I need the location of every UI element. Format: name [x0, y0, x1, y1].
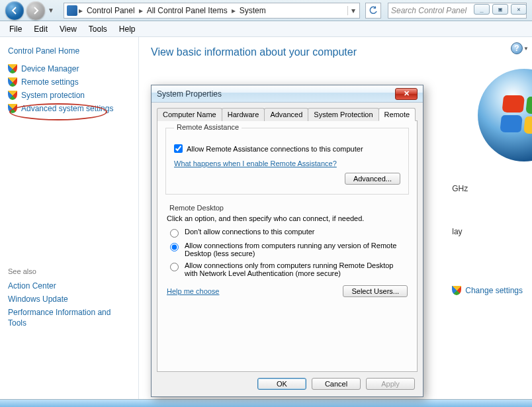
- breadcrumb[interactable]: ▸ Control Panel ▸ All Control Panel Item…: [64, 3, 360, 19]
- menu-view[interactable]: View: [54, 23, 82, 35]
- maximize-button[interactable]: ▣: [492, 4, 508, 15]
- sidebar-item-label: Remote settings: [21, 77, 79, 87]
- system-properties-dialog: System Properties ✕ Computer Name Hardwa…: [151, 85, 423, 397]
- radio-label: Don't allow connections to this computer: [185, 228, 315, 236]
- select-users-button[interactable]: Select Users...: [343, 285, 408, 297]
- window-controls: _ ▣ ✕: [474, 4, 527, 15]
- tab-remote[interactable]: Remote: [378, 108, 416, 121]
- page-title: View basic information about your comput…: [151, 46, 520, 58]
- taskbar: [0, 399, 532, 407]
- menubar: File Edit View Tools Help: [0, 21, 532, 37]
- tab-hardware[interactable]: Hardware: [222, 108, 265, 121]
- nav-back-button[interactable]: [5, 1, 24, 20]
- remote-desktop-intro: Click an option, and then specify who ca…: [167, 214, 408, 222]
- shield-icon: [8, 64, 17, 73]
- apply-button[interactable]: Apply: [366, 378, 415, 390]
- radio-input[interactable]: [170, 263, 179, 271]
- sidebar-home-link[interactable]: Control Panel Home: [8, 46, 130, 56]
- shield-icon: [8, 104, 17, 113]
- tab-advanced[interactable]: Advanced: [264, 108, 308, 121]
- dialog-titlebar[interactable]: System Properties ✕: [152, 85, 423, 103]
- titlebar: ▼ ▸ Control Panel ▸ All Control Panel It…: [0, 0, 532, 21]
- info-play: lay: [452, 224, 523, 240]
- info-ghz: GHz: [452, 181, 523, 197]
- remote-desktop-group: Remote Desktop Click an option, and then…: [165, 204, 409, 297]
- nav-history-dropdown[interactable]: ▼: [48, 7, 54, 14]
- radio-input[interactable]: [170, 229, 179, 238]
- menu-edit[interactable]: Edit: [28, 23, 53, 35]
- rd-option-allow-any[interactable]: Allow connections from computers running…: [167, 242, 408, 257]
- checkbox-input[interactable]: [174, 144, 183, 153]
- group-label: Remote Desktop: [167, 204, 226, 212]
- see-also-windows-update[interactable]: Windows Update: [8, 293, 130, 306]
- dialog-close-button[interactable]: ✕: [395, 88, 418, 100]
- menu-tools[interactable]: Tools: [83, 23, 112, 35]
- breadcrumb-part[interactable]: System: [236, 6, 270, 15]
- change-settings-link[interactable]: Change settings: [452, 283, 523, 298]
- shield-icon: [452, 286, 461, 295]
- rd-option-dont-allow[interactable]: Don't allow connections to this computer: [167, 228, 408, 238]
- breadcrumb-part[interactable]: Control Panel: [83, 6, 139, 15]
- dialog-button-row: OK Cancel Apply: [257, 378, 415, 390]
- cancel-button[interactable]: Cancel: [312, 378, 361, 390]
- checkbox-label: Allow Remote Assistance connections to t…: [187, 145, 363, 153]
- radio-label: Allow connections only from computers ru…: [185, 261, 408, 277]
- sidebar-device-manager[interactable]: Device Manager: [8, 62, 130, 75]
- sidebar-system-protection[interactable]: System protection: [8, 89, 130, 102]
- see-also-item-label: Windows Update: [8, 294, 68, 304]
- help-me-choose-link[interactable]: Help me choose: [167, 287, 220, 295]
- radio-label: Allow connections from computers running…: [185, 242, 408, 257]
- shield-icon: [8, 77, 17, 87]
- sidebar-remote-settings[interactable]: Remote settings: [8, 75, 130, 89]
- minimize-button[interactable]: _: [474, 4, 490, 15]
- remote-assistance-advanced-button[interactable]: Advanced...: [345, 173, 400, 185]
- allow-remote-assistance-checkbox[interactable]: Allow Remote Assistance connections to t…: [174, 144, 400, 153]
- see-also-performance-info[interactable]: Performance Information and Tools: [8, 306, 130, 330]
- sidebar-advanced-system-settings[interactable]: Advanced system settings: [8, 102, 130, 115]
- change-settings-label: Change settings: [465, 283, 523, 298]
- rd-option-allow-nla[interactable]: Allow connections only from computers ru…: [167, 261, 408, 277]
- breadcrumb-part[interactable]: All Control Panel Items: [143, 6, 232, 15]
- see-also-action-center[interactable]: Action Center: [8, 279, 130, 293]
- see-also-item-label: Performance Information and Tools: [8, 308, 130, 328]
- radio-input[interactable]: [170, 243, 179, 251]
- remote-assistance-help-link[interactable]: What happens when I enable Remote Assist…: [174, 159, 337, 167]
- system-info-fragment: GHz lay Change settings: [452, 181, 523, 298]
- see-also-item-label: Action Center: [8, 281, 56, 291]
- sidebar-item-label: Device Manager: [21, 64, 79, 73]
- tab-computer-name[interactable]: Computer Name: [157, 108, 222, 121]
- sidebar-item-label: System protection: [21, 91, 85, 100]
- nav-forward-button: [26, 1, 45, 20]
- ok-button[interactable]: OK: [257, 378, 306, 390]
- search-placeholder: Search Control Panel: [391, 6, 466, 15]
- tabstrip: Computer Name Hardware Advanced System P…: [157, 108, 418, 121]
- menu-file[interactable]: File: [4, 23, 27, 35]
- breadcrumb-dropdown[interactable]: ▾: [347, 6, 358, 15]
- tab-system-protection[interactable]: System Protection: [308, 108, 378, 121]
- windows-logo: [478, 69, 532, 161]
- menu-help[interactable]: Help: [114, 23, 141, 35]
- see-also-label: See also: [8, 267, 130, 275]
- close-button[interactable]: ✕: [511, 4, 527, 15]
- tab-remote-page: Remote Assistance Allow Remote Assistanc…: [157, 120, 418, 372]
- refresh-button[interactable]: [365, 3, 381, 19]
- sidebar-item-label: Advanced system settings: [21, 104, 113, 113]
- remote-assistance-group: Remote Assistance Allow Remote Assistanc…: [165, 128, 409, 195]
- shield-icon: [8, 91, 17, 100]
- group-label: Remote Assistance: [174, 123, 242, 131]
- location-icon: [67, 5, 77, 16]
- dialog-title: System Properties: [157, 89, 222, 99]
- sidebar: Control Panel Home Device Manager Remote…: [0, 37, 139, 399]
